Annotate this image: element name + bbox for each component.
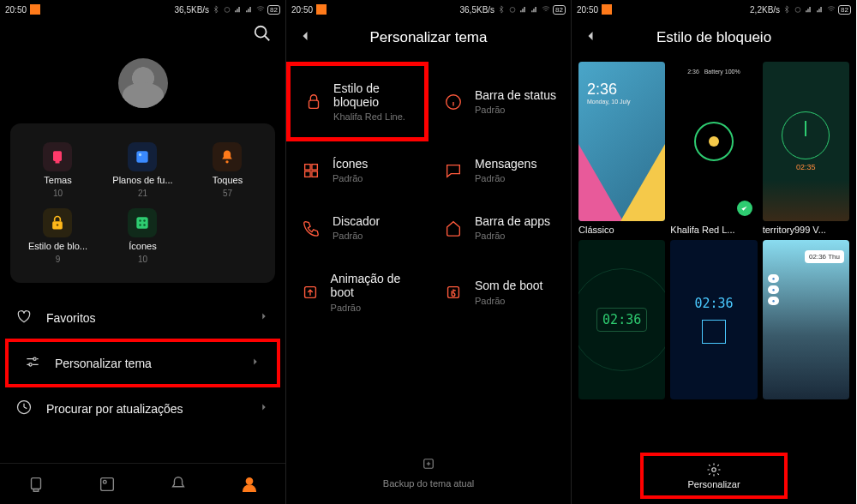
- svg-point-6: [226, 160, 229, 163]
- menu-favoritos[interactable]: Favoritos: [0, 297, 285, 339]
- svg-point-13: [144, 224, 147, 226]
- chevron-right-icon: [258, 401, 270, 416]
- opt-discador[interactable]: Discador Padrão: [286, 199, 428, 256]
- svg-rect-27: [312, 171, 317, 177]
- opt-boot-anim[interactable]: Animação de boot Padrão: [286, 256, 428, 327]
- bluetooth-icon: [212, 5, 220, 14]
- svg-rect-9: [137, 217, 148, 228]
- screen-theme-profile: 20:50 36,5KB/s 82 Temas 10: [0, 0, 285, 504]
- personalize-button[interactable]: Personalizar: [640, 453, 788, 499]
- lockstyle-territory[interactable]: 02:35 territory999 V...: [763, 62, 849, 235]
- menu-list: Favoritos Personalizar tema Procurar por…: [0, 297, 285, 429]
- cat-icones[interactable]: Ícones 10: [100, 203, 185, 269]
- svg-point-1: [255, 27, 267, 38]
- status-speed: 36,5KB/s: [175, 5, 210, 15]
- svg-rect-25: [312, 164, 317, 169]
- status-app-icon: [602, 4, 612, 15]
- lockstyle-green[interactable]: 02:36: [578, 240, 665, 399]
- signal-icon: [816, 5, 824, 14]
- nav-profile[interactable]: [214, 464, 285, 504]
- menu-updates[interactable]: Procurar por atualizações: [0, 387, 285, 429]
- svg-rect-22: [309, 100, 319, 108]
- page-title: Estilo de bloqueio: [599, 29, 829, 46]
- signal-icon: [234, 5, 243, 14]
- alarm-icon: [794, 5, 802, 14]
- page-title: Personalizar tema: [314, 29, 543, 46]
- lockstyle-grid: 2:36 Monday, 10 July Clássico 2:36 Batte…: [572, 57, 856, 405]
- nav-ringtone[interactable]: [143, 464, 214, 504]
- chevron-right-icon: [249, 356, 261, 370]
- header: Personalizar tema: [286, 19, 571, 57]
- backup-button[interactable]: Backup do tema atual: [286, 446, 571, 504]
- svg-point-31: [795, 8, 800, 13]
- status-app-icon: [316, 4, 327, 15]
- svg-point-8: [57, 224, 59, 226]
- screen-personalizar-tema: 20:50 36,5KB/s 82 Personalizar tema Esti…: [285, 0, 571, 504]
- backup-icon: [421, 456, 436, 471]
- icons-icon: [134, 214, 151, 231]
- svg-point-0: [225, 8, 230, 13]
- svg-point-19: [103, 480, 106, 483]
- svg-point-14: [33, 357, 36, 360]
- alarm-icon: [223, 5, 231, 14]
- svg-point-21: [510, 8, 515, 13]
- lockstyle-classico[interactable]: 2:36 Monday, 10 July Clássico: [578, 62, 665, 235]
- home-icon: [442, 219, 464, 237]
- svg-rect-3: [56, 161, 60, 164]
- svg-point-20: [247, 477, 253, 483]
- cat-planos[interactable]: Planos de fu... 21: [100, 137, 185, 203]
- screen-estilo-bloqueio: 20:50 2,2KB/s 82 Estilo de bloqueio 2:36…: [571, 0, 856, 504]
- signal-icon: [805, 5, 813, 14]
- search-icon[interactable]: [253, 24, 272, 46]
- svg-rect-4: [137, 151, 148, 162]
- opt-barra-apps[interactable]: Barra de apps Padrão: [428, 199, 571, 256]
- lock-icon: [304, 93, 323, 111]
- cat-estilo[interactable]: Estilo de blo... 9: [15, 203, 100, 269]
- opt-estilo-bloqueio[interactable]: Estilo de bloqueio Khalifa Red Line.: [286, 62, 428, 141]
- wifi-icon: [827, 5, 836, 14]
- search-row: [0, 19, 285, 51]
- cat-toques[interactable]: Toques 57: [185, 137, 270, 203]
- bottom-nav: [0, 463, 285, 504]
- svg-rect-26: [305, 171, 310, 177]
- bluetooth-icon: [497, 5, 506, 14]
- svg-rect-18: [101, 477, 114, 490]
- wifi-icon: [542, 5, 550, 14]
- wallpaper-icon: [134, 148, 151, 165]
- lockstyle-khalifa[interactable]: 2:36 Battery 100% Khalifa Red L...: [670, 62, 757, 235]
- svg-rect-24: [305, 164, 310, 169]
- status-bar: 20:50 36,5KB/s 82: [286, 0, 571, 19]
- nav-wallpaper[interactable]: [71, 464, 142, 504]
- svg-point-15: [29, 363, 32, 366]
- signal-icon: [519, 5, 528, 14]
- opt-barra-status[interactable]: Barra de status Padrão: [428, 62, 571, 141]
- status-bar: 20:50 36,5KB/s 82: [0, 0, 285, 19]
- svg-rect-2: [53, 151, 62, 161]
- options-grid: Estilo de bloqueio Khalifa Red Line. Bar…: [286, 57, 571, 333]
- categories-card: Temas 10 Planos de fu... 21 Toques 57: [10, 123, 275, 283]
- opt-icones[interactable]: Ícones Padrão: [286, 141, 428, 199]
- heart-icon: [15, 308, 34, 327]
- bell-icon: [219, 148, 236, 165]
- opt-boot-sound[interactable]: Som de boot Padrão: [428, 256, 571, 327]
- svg-point-10: [140, 219, 142, 222]
- grid-icon: [300, 161, 322, 180]
- back-button[interactable]: [582, 27, 599, 48]
- svg-point-32: [712, 468, 716, 472]
- boot-icon: [300, 283, 321, 302]
- lockstyle-white[interactable]: 02:36 Thu ●●●: [763, 240, 849, 399]
- svg-point-12: [140, 224, 142, 226]
- back-button[interactable]: [297, 27, 314, 48]
- menu-personalizar[interactable]: Personalizar tema: [5, 339, 280, 387]
- svg-point-5: [139, 153, 141, 156]
- avatar[interactable]: [118, 58, 168, 108]
- opt-mensagens[interactable]: Mensagens Padrão: [428, 141, 571, 199]
- gear-icon: [706, 462, 722, 477]
- cat-temas[interactable]: Temas 10: [15, 137, 100, 203]
- message-icon: [442, 161, 464, 180]
- chevron-right-icon: [258, 310, 270, 325]
- nav-themes[interactable]: [0, 464, 71, 504]
- bluetooth-icon: [782, 5, 791, 14]
- header: Estilo de bloqueio: [572, 19, 856, 57]
- lockstyle-blue[interactable]: 02:36: [670, 240, 757, 399]
